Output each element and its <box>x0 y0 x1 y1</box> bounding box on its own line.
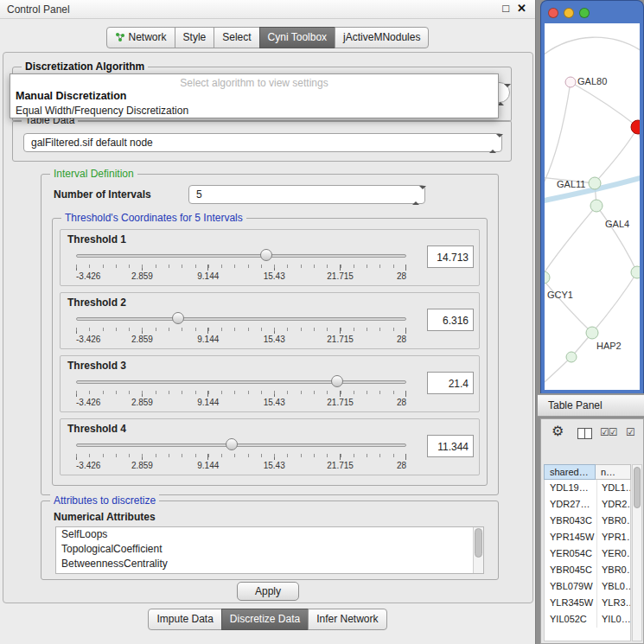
gear-icon[interactable]: ⚙ <box>552 424 564 438</box>
slider-track[interactable] <box>76 254 406 258</box>
thresholds-stack: Threshold 1 14.713 -3.4262.8599.14415.43… <box>60 229 480 478</box>
control-panel-window: Control Panel □ ✕ Network Style Select C… <box>0 0 536 644</box>
number-of-intervals-combobox[interactable]: 5 <box>188 185 425 204</box>
threshold-slider[interactable] <box>76 312 406 326</box>
network-view-window: GAL80 GAL11 GAL4 GCY1 HAP2 <box>540 0 644 393</box>
number-of-intervals-label: Number of Intervals <box>54 188 151 201</box>
slider-thumb[interactable] <box>172 312 184 324</box>
threshold-slider[interactable] <box>76 375 406 389</box>
select-rows-checkbox-icon[interactable]: ☑ <box>626 426 635 438</box>
slider-minor-ticks <box>76 454 406 457</box>
node-label: GAL80 <box>577 76 607 86</box>
tab-cyni-toolbox[interactable]: Cyni Toolbox <box>259 27 335 48</box>
slider-thumb[interactable] <box>260 249 272 261</box>
network-node[interactable] <box>565 77 576 87</box>
network-node[interactable] <box>566 352 577 362</box>
scrollbar-thumb[interactable] <box>475 528 482 558</box>
node-label: HAP2 <box>596 341 622 351</box>
threshold-slider[interactable] <box>76 438 406 452</box>
network-node[interactable] <box>589 177 601 189</box>
network-node[interactable] <box>545 271 550 284</box>
select-columns-checkbox-icon[interactable]: ☑☑ <box>600 426 617 438</box>
tab-label: Impute Data <box>156 613 213 625</box>
table-panel-header: Table Panel <box>538 394 644 417</box>
scrollbar-thumb[interactable] <box>634 467 641 508</box>
network-node[interactable] <box>590 200 603 212</box>
table-row[interactable]: YBL079WYBL0… <box>545 578 630 595</box>
tab-label: Discretize Data <box>230 613 300 625</box>
numerical-attributes-label: Numerical Attributes <box>54 511 156 523</box>
threshold-panel: Threshold 1 14.713 -3.4262.8599.14415.43… <box>60 229 480 286</box>
table-row[interactable]: YBR045CYBR0… <box>545 562 630 578</box>
tab-style[interactable]: Style <box>175 27 215 48</box>
close-traffic-light[interactable] <box>548 8 558 18</box>
threshold-value-field[interactable]: 11.344 <box>427 435 474 457</box>
slider-scale: -3.4262.8599.14415.4321.71528 <box>76 398 406 408</box>
list-item[interactable]: SelfLoops <box>56 527 483 542</box>
threshold-label: Threshold 4 <box>67 423 126 435</box>
tab-label: jActiveMNodules <box>343 31 420 43</box>
network-node[interactable] <box>631 266 640 278</box>
threshold-value-field[interactable]: 14.713 <box>427 245 474 268</box>
threshold-value-field[interactable]: 21.4 <box>427 372 474 394</box>
tab-label: Network <box>129 31 167 43</box>
slider-track[interactable] <box>76 380 406 384</box>
column-header-name[interactable]: n… <box>596 464 631 480</box>
menu-item-manual-discretization[interactable]: Manual Discretization <box>16 90 498 102</box>
table-row[interactable]: YER054CYER0… <box>545 545 630 562</box>
table-row[interactable]: YLR345WYLR3… <box>545 595 630 611</box>
column-header-shared[interactable]: shared… <box>544 464 596 480</box>
tab-label: Infer Network <box>316 613 378 625</box>
apply-button[interactable]: Apply <box>237 582 299 601</box>
network-node[interactable] <box>586 327 598 339</box>
algorithm-dropdown-popup: Select algorithm to view settings Manual… <box>10 73 499 118</box>
tab-jactivemnodules[interactable]: jActiveMNodules <box>335 27 429 48</box>
network-canvas[interactable]: GAL80 GAL11 GAL4 GCY1 HAP2 <box>545 23 640 390</box>
slider-track[interactable] <box>76 443 406 447</box>
menu-item-equal-width-frequency[interactable]: Equal Width/Frequency Discretization <box>16 105 498 117</box>
table-body: YDL19…YDL1… YDR27…YDR2… YBR043CYBR0… YPR… <box>544 480 631 641</box>
list-item[interactable]: TopologicalCoefficient <box>56 542 483 557</box>
table-scrollbar[interactable] <box>632 464 642 641</box>
list-item[interactable]: BetweennessCentrality <box>56 557 483 571</box>
numerical-attributes-list: SelfLoops TopologicalCoefficient Between… <box>55 526 484 574</box>
threshold-value-field[interactable]: 6.316 <box>427 309 474 331</box>
attributes-group: Attributes to discretize Numerical Attri… <box>41 501 499 580</box>
top-tab-bar: Network Style Select Cyni Toolbox jActiv… <box>0 27 535 48</box>
network-tab-icon <box>115 32 125 42</box>
table-row[interactable]: YDR27…YDR2… <box>545 496 630 513</box>
tab-discretize-data[interactable]: Discretize Data <box>221 609 309 630</box>
threshold-panel: Threshold 4 11.344 -3.4262.8599.14415.43… <box>60 418 480 475</box>
table-panel: ⚙ ☑☑ ☑ shared… n… YDL19…YDL1… YDR27…YDR2… <box>540 418 644 644</box>
table-data-combobox[interactable]: galFiltered.sif default node <box>23 133 502 152</box>
tab-select[interactable]: Select <box>214 27 259 48</box>
slider-thumb[interactable] <box>226 438 238 450</box>
close-icon[interactable]: ✕ <box>517 2 526 15</box>
tab-infer-network[interactable]: Infer Network <box>308 609 386 630</box>
tab-impute-data[interactable]: Impute Data <box>148 609 221 630</box>
list-scrollbar[interactable] <box>473 527 483 573</box>
threshold-label: Threshold 2 <box>67 296 126 309</box>
slider-thumb[interactable] <box>331 375 343 387</box>
table-row[interactable]: YPR145WYPR1… <box>545 529 630 545</box>
node-label: GAL4 <box>605 219 629 229</box>
columns-icon[interactable] <box>577 428 592 439</box>
titlebar: Control Panel □ ✕ <box>0 0 535 19</box>
table-row[interactable]: YIL052CYIL0… <box>545 611 630 628</box>
zoom-traffic-light[interactable] <box>579 8 590 18</box>
tab-label: Cyni Toolbox <box>268 31 327 43</box>
table-row[interactable]: YBR043CYBR0… <box>545 513 630 529</box>
tab-network[interactable]: Network <box>106 27 175 48</box>
number-of-intervals-value: 5 <box>196 188 202 201</box>
slider-track[interactable] <box>76 317 406 321</box>
table-row[interactable]: YDL19…YDL1… <box>545 480 630 496</box>
minimize-icon[interactable]: □ <box>502 2 509 15</box>
slider-minor-ticks <box>76 391 406 394</box>
thresholds-group-label: Threshold's Coordinates for 5 Intervals <box>61 212 246 224</box>
table-data-group: Table Data galFiltered.sif default node <box>12 120 512 162</box>
minimize-traffic-light[interactable] <box>564 8 574 18</box>
node-label: GCY1 <box>547 290 573 300</box>
threshold-slider[interactable] <box>76 249 406 263</box>
algorithm-placeholder: Select algorithm to view settings <box>10 77 498 89</box>
interval-definition-group: Interval Definition Number of Intervals … <box>41 174 499 495</box>
